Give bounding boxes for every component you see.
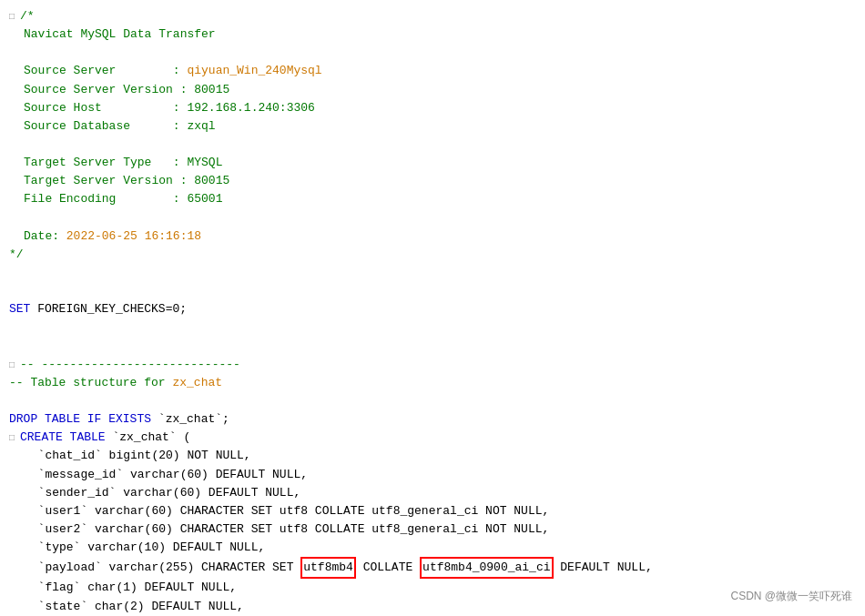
line-target-version: Target Server Version : 80015	[9, 172, 856, 190]
value-date: 2022-06-25 16:16:18	[66, 227, 201, 246]
create-table-name: `zx_chat` (	[112, 429, 190, 447]
line-col-user1: `user1` varchar(60) CHARACTER SET utf8 C…	[9, 502, 856, 520]
line-col-user2: `user2` varchar(60) CHARACTER SET utf8 C…	[9, 520, 856, 539]
col-payload-mid: COLLATE	[356, 559, 420, 577]
line-target-type: Target Server Type : MYSQL	[9, 154, 856, 172]
line-col-sender-id: `sender_id` varchar(60) DEFAULT NULL,	[9, 484, 856, 502]
collapse-icon-3[interactable]: □	[9, 431, 18, 446]
comment-close: */	[9, 246, 24, 264]
line-comment-close: */	[9, 246, 856, 264]
blank-8	[9, 392, 856, 410]
col-type: `type` varchar(10) DEFAULT NULL,	[24, 539, 265, 557]
col-state: `state` char(2) DEFAULT NULL,	[24, 598, 244, 616]
line-col-flag: `flag` char(1) DEFAULT NULL,	[9, 579, 856, 597]
value-source-version: 80015	[194, 81, 229, 99]
col-payload-pre: `payload` varchar(255) CHARACTER SET	[24, 559, 300, 577]
value-target-type: MYSQL	[187, 154, 222, 172]
label-target-version: Target Server Version :	[24, 172, 194, 190]
label-source-server: Source Server :	[24, 62, 187, 80]
label-source-version: Source Server Version :	[24, 81, 194, 99]
label-target-type: Target Server Type :	[24, 154, 187, 172]
value-source-db: zxql	[187, 117, 215, 136]
value-target-version: 80015	[194, 172, 229, 190]
blank-7	[9, 338, 856, 356]
line-source-version: Source Server Version : 80015	[9, 81, 856, 99]
drop-table-name: `zx_chat`;	[158, 410, 229, 429]
header-title: Navicat MySQL Data Transfer	[24, 25, 216, 44]
col-payload-post: DEFAULT NULL,	[554, 559, 653, 577]
separator-dashes: -- ----------------------------	[20, 356, 240, 374]
col-user2: `user2` varchar(60) CHARACTER SET utf8 C…	[24, 520, 549, 539]
col-user1: `user1` varchar(60) CHARACTER SET utf8 C…	[24, 502, 549, 520]
line-source-db: Source Database : zxql	[9, 117, 856, 136]
blank-4	[9, 264, 856, 282]
blank-1	[9, 44, 856, 62]
line-source-server: Source Server : qiyuan_Win_240Mysql	[9, 62, 856, 80]
kw-create: CREATE TABLE	[20, 429, 112, 447]
label-date: Date:	[24, 227, 66, 246]
value-file-encoding: 65001	[187, 190, 222, 208]
line-separator: □ -- ----------------------------	[9, 356, 856, 374]
label-source-host: Source Host :	[24, 99, 187, 117]
line-col-message-id: `message_id` varchar(60) DEFAULT NULL,	[9, 466, 856, 484]
line-col-type: `type` varchar(10) DEFAULT NULL,	[9, 539, 856, 557]
col-flag: `flag` char(1) DEFAULT NULL,	[24, 579, 237, 597]
kw-drop: DROP TABLE IF EXISTS	[9, 410, 158, 429]
foreign-key-checks: FOREIGN_KEY_CHECKS=0;	[37, 300, 187, 318]
comment-open: /*	[20, 7, 35, 25]
line-source-host: Source Host : 192.168.1.240:3306	[9, 99, 856, 117]
line-set-fkc: SET FOREIGN_KEY_CHECKS=0;	[9, 300, 856, 318]
kw-set: SET	[9, 300, 37, 318]
line-drop-table: DROP TABLE IF EXISTS `zx_chat`;	[9, 410, 856, 429]
label-file-encoding: File Encoding :	[24, 190, 187, 208]
col-message-id: `message_id` varchar(60) DEFAULT NULL,	[24, 466, 308, 484]
line-comment-open: □ /*	[9, 7, 856, 25]
value-source-server: qiyuan_Win_240Mysql	[187, 62, 321, 80]
highlight-charset: utf8mb4	[300, 557, 356, 579]
line-header-title: Navicat MySQL Data Transfer	[9, 25, 856, 44]
blank-2	[9, 136, 856, 154]
col-chat-id: `chat_id` bigint(20) NOT NULL,	[24, 447, 251, 465]
blank-3	[9, 209, 856, 227]
line-file-encoding: File Encoding : 65001	[9, 190, 856, 208]
blank-5	[9, 282, 856, 300]
line-date: Date: 2022-06-25 16:16:18	[9, 227, 856, 246]
col-sender-id: `sender_id` varchar(60) DEFAULT NULL,	[24, 484, 300, 502]
line-table-comment: -- Table structure for zx_chat	[9, 374, 856, 392]
comment-table-for: -- Table structure for	[9, 374, 172, 392]
line-create-table: □ CREATE TABLE `zx_chat` (	[9, 429, 856, 447]
code-container: □ /* Navicat MySQL Data Transfer Source …	[0, 0, 865, 616]
line-col-chat-id: `chat_id` bigint(20) NOT NULL,	[9, 447, 856, 465]
comment-table-name: zx_chat	[172, 374, 222, 392]
watermark: CSDN @微微一笑吓死谁	[730, 588, 852, 605]
blank-6	[9, 318, 856, 337]
line-col-payload: `payload` varchar(255) CHARACTER SET utf…	[9, 557, 856, 579]
collapse-icon[interactable]: □	[9, 10, 18, 25]
line-col-state: `state` char(2) DEFAULT NULL,	[9, 598, 856, 616]
highlight-collate: utf8mb4_0900_ai_ci	[420, 557, 553, 579]
collapse-icon-2[interactable]: □	[9, 358, 18, 373]
label-source-db: Source Database :	[24, 117, 187, 136]
value-source-host: 192.168.1.240:3306	[187, 99, 314, 117]
